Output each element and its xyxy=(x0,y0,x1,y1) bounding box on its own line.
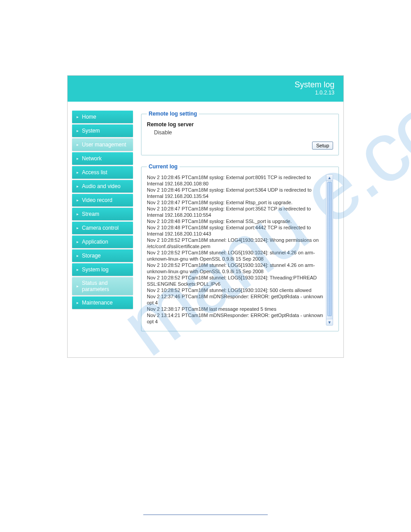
page-title: System log xyxy=(68,80,334,90)
sidebar-item-label: Network xyxy=(82,155,102,162)
sidebar-item-label: Camera control xyxy=(82,225,119,231)
sidebar-item-system-log[interactable]: ▸System log xyxy=(72,263,133,276)
sidebar-item-maintenance[interactable]: ▸Maintenance xyxy=(72,296,133,309)
chevron-right-icon: ▸ xyxy=(77,170,79,175)
chevron-right-icon: ▸ xyxy=(77,253,79,258)
sidebar-item-home[interactable]: ▸Home xyxy=(72,111,133,123)
sidebar-item-stream[interactable]: ▸Stream xyxy=(72,208,133,220)
sidebar-item-user-management[interactable]: ▸User management xyxy=(72,138,133,151)
log-body: Nov 2 10:28:45 PTCam18M syslog: External… xyxy=(147,174,323,326)
setup-row: Setup xyxy=(147,141,333,150)
log-line: Nov 2 10:28:48 PTCam18M syslog: External… xyxy=(147,224,323,237)
header-band: System log 1.0.2.13 xyxy=(68,76,343,102)
log-line: Nov 2 10:28:52 PTCam18M stunnel: LOG4[19… xyxy=(147,237,323,249)
current-log-panel: Current log Nov 2 10:28:45 PTCam18M sysl… xyxy=(141,163,339,331)
app-frame: System log 1.0.2.13 ▸Home▸System▸User ma… xyxy=(67,75,344,358)
sidebar-item-label: Audio and video xyxy=(82,183,120,189)
sidebar-item-application[interactable]: ▸Application xyxy=(72,236,133,248)
chevron-right-icon: ▸ xyxy=(77,300,79,305)
sidebar-item-label: Status and parameters xyxy=(82,280,130,292)
log-line: Nov 2 10:28:47 PTCam18M syslog: External… xyxy=(147,199,323,206)
sidebar-item-label: System log xyxy=(82,266,108,273)
log-line: Nov 2 10:28:52 PTCam18M stunnel: LOG5[19… xyxy=(147,249,323,262)
scroll-down-icon[interactable]: ▼ xyxy=(326,319,333,325)
remote-log-server-value: Disable xyxy=(147,129,333,136)
log-line: Nov 2 10:28:47 PTCam18M syslog: External… xyxy=(147,206,323,218)
sidebar-item-label: Access list xyxy=(82,169,107,176)
chevron-right-icon: ▸ xyxy=(77,142,79,147)
remote-log-server-label: Remote log server xyxy=(147,121,333,128)
footer-divider xyxy=(143,515,268,515)
sidebar-item-storage[interactable]: ▸Storage xyxy=(72,249,133,262)
sidebar-item-network[interactable]: ▸Network xyxy=(72,152,133,165)
log-line: Nov 2 10:28:45 PTCam18M syslog: External… xyxy=(147,174,323,187)
chevron-right-icon: ▸ xyxy=(77,226,79,230)
remote-log-setting-panel: Remote log setting Remote log server Dis… xyxy=(141,111,339,155)
chevron-right-icon: ▸ xyxy=(77,267,79,272)
log-line: Nov 2 10:28:48 PTCam18M syslog: External… xyxy=(147,218,323,224)
sidebar-item-label: Home xyxy=(82,114,96,120)
chevron-right-icon: ▸ xyxy=(77,184,79,189)
chevron-right-icon: ▸ xyxy=(77,240,79,244)
log-line: Nov 2 10:28:52 PTCam18M stunnel: LOG5[19… xyxy=(147,287,323,293)
current-log-legend: Current log xyxy=(147,163,180,170)
chevron-right-icon: ▸ xyxy=(77,284,79,288)
log-line: Nov 2 13:14:21 PTCam18M mDNSResponder: E… xyxy=(147,312,323,325)
sidebar-item-label: Video record xyxy=(82,197,112,203)
sidebar-item-audio-and-video[interactable]: ▸Audio and video xyxy=(72,180,133,193)
chevron-right-icon: ▸ xyxy=(77,198,79,202)
sidebar-item-system[interactable]: ▸System xyxy=(72,124,133,137)
sidebar-item-label: Maintenance xyxy=(82,300,113,306)
log-line: Nov 2 10:28:52 PTCam18M stunnel: LOG5[19… xyxy=(147,262,323,275)
sidebar-item-label: Storage xyxy=(82,253,101,259)
content-column: Remote log setting Remote log server Dis… xyxy=(141,111,339,339)
sidebar-item-label: System xyxy=(82,128,100,134)
log-line: Nov 2 13:20:43 PTCam18M last message rep… xyxy=(147,325,323,326)
sidebar-item-access-list[interactable]: ▸Access list xyxy=(72,166,133,179)
chevron-right-icon: ▸ xyxy=(77,212,79,216)
chevron-right-icon: ▸ xyxy=(77,129,79,133)
setup-button[interactable]: Setup xyxy=(312,142,333,150)
sidebar-item-camera-control[interactable]: ▸Camera control xyxy=(72,222,133,234)
log-scrollbar[interactable]: ▲ ▼ xyxy=(326,174,333,326)
log-line: Nov 2 12:37:46 PTCam18M mDNSResponder: E… xyxy=(147,293,323,306)
log-line: Nov 2 10:28:46 PTCam18M syslog: External… xyxy=(147,187,323,199)
log-line: Nov 2 12:38:17 PTCam18M last message rep… xyxy=(147,306,323,312)
sidebar-item-label: Stream xyxy=(82,211,99,217)
remote-log-legend: Remote log setting xyxy=(147,111,199,117)
log-wrap: Nov 2 10:28:45 PTCam18M syslog: External… xyxy=(147,174,333,326)
sidebar-item-label: Application xyxy=(82,239,108,245)
sidebar-item-status-and-parameters[interactable]: ▸Status and parameters xyxy=(72,277,133,295)
log-line: Nov 2 10:28:52 PTCam18M stunnel: LOG5[19… xyxy=(147,275,323,287)
scroll-up-icon[interactable]: ▲ xyxy=(326,175,333,181)
sidebar-item-label: User management xyxy=(82,142,126,148)
firmware-version: 1.0.2.13 xyxy=(68,90,334,96)
sidebar: ▸Home▸System▸User management▸Network▸Acc… xyxy=(72,111,133,339)
main-area: ▸Home▸System▸User management▸Network▸Acc… xyxy=(68,102,343,357)
chevron-right-icon: ▸ xyxy=(77,115,79,119)
scroll-thumb[interactable] xyxy=(327,182,332,316)
chevron-right-icon: ▸ xyxy=(77,156,79,161)
sidebar-item-video-record[interactable]: ▸Video record xyxy=(72,194,133,206)
